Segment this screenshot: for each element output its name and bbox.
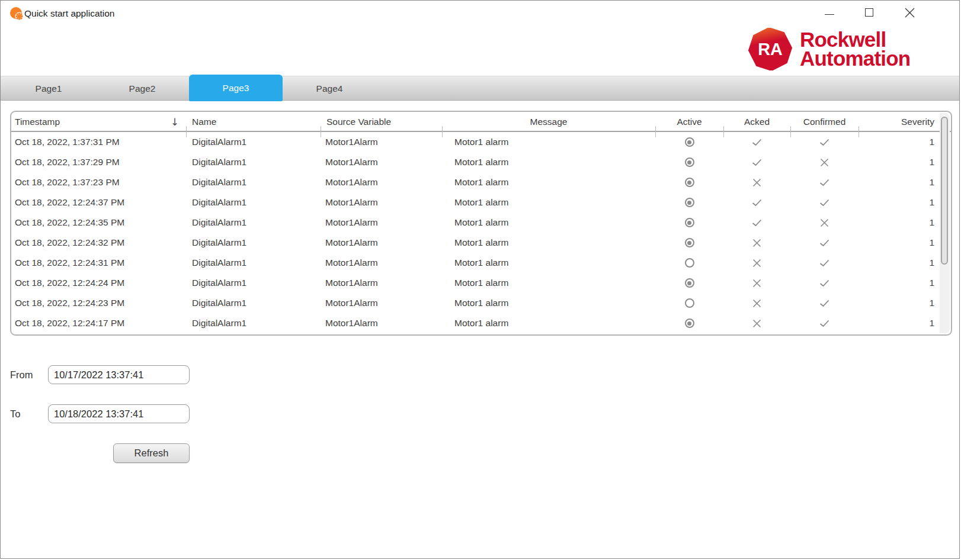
scrollbar-thumb[interactable] (941, 117, 948, 265)
vertical-scrollbar[interactable] (940, 113, 950, 333)
cross-icon (752, 259, 761, 268)
check-icon (819, 239, 829, 247)
close-button[interactable] (893, 1, 926, 24)
radio-empty-icon (685, 258, 694, 268)
cell-source-variable: Motor1Alarm (321, 313, 442, 333)
cell-name: DigitalAlarm1 (186, 132, 321, 152)
cell-timestamp: Oct 18, 2022, 1:37:31 PM (11, 132, 186, 152)
cell-confirmed (790, 233, 859, 253)
cell-active (655, 132, 723, 152)
cell-timestamp: Oct 18, 2022, 12:24:37 PM (11, 192, 186, 213)
radio-filled-icon (685, 157, 694, 167)
cell-acked (723, 253, 790, 273)
column-header-acked[interactable]: Acked (723, 112, 790, 132)
cell-name: DigitalAlarm1 (186, 233, 321, 253)
table-row[interactable]: Oct 18, 2022, 1:37:29 PMDigitalAlarm1Mot… (11, 152, 951, 172)
cross-icon (752, 239, 761, 247)
cell-severity: 1 (859, 172, 951, 192)
cell-name: DigitalAlarm1 (186, 172, 321, 192)
cell-message: Motor1 alarm (442, 172, 655, 192)
cross-icon (752, 319, 761, 328)
cell-name: DigitalAlarm1 (186, 192, 321, 213)
tab-page1[interactable]: Page1 (2, 76, 95, 101)
cell-timestamp: Oct 18, 2022, 12:24:31 PM (11, 253, 186, 273)
cell-timestamp: Oct 18, 2022, 12:24:17 PM (11, 313, 186, 333)
cell-source-variable: Motor1Alarm (321, 293, 442, 313)
table-row[interactable]: Oct 18, 2022, 12:24:32 PMDigitalAlarm1Mo… (11, 233, 951, 253)
table-row[interactable]: Oct 18, 2022, 12:24:35 PMDigitalAlarm1Mo… (11, 213, 951, 233)
cell-source-variable: Motor1Alarm (321, 132, 442, 152)
cell-confirmed (790, 172, 859, 192)
cell-message: Motor1 alarm (442, 233, 655, 253)
cell-acked (723, 213, 790, 233)
cell-acked (723, 132, 790, 152)
cell-severity: 1 (859, 253, 951, 273)
radio-filled-icon (685, 178, 694, 187)
cell-severity: 1 (859, 132, 951, 152)
cell-active (655, 152, 723, 172)
cell-active (655, 253, 723, 273)
cell-source-variable: Motor1Alarm (321, 233, 442, 253)
cell-name: DigitalAlarm1 (186, 313, 321, 333)
cell-acked (723, 233, 790, 253)
cell-source-variable: Motor1Alarm (321, 152, 442, 172)
minimize-button[interactable] (813, 1, 846, 24)
tab-page2[interactable]: Page2 (95, 76, 189, 101)
cell-timestamp: Oct 18, 2022, 1:37:23 PM (11, 172, 186, 192)
maximize-icon (865, 8, 873, 17)
from-datetime-input[interactable] (48, 365, 190, 384)
cell-message: Motor1 alarm (442, 293, 655, 313)
minimize-icon (825, 14, 834, 15)
cell-confirmed (790, 313, 859, 333)
cross-icon (820, 218, 829, 227)
column-header-severity[interactable]: Severity (859, 112, 951, 132)
cell-severity: 1 (859, 313, 951, 333)
check-icon (819, 259, 829, 267)
cell-source-variable: Motor1Alarm (321, 192, 442, 213)
app-window: Quick start application RA Rockwell Auto… (0, 0, 960, 559)
cell-name: DigitalAlarm1 (186, 293, 321, 313)
table-row[interactable]: Oct 18, 2022, 12:24:24 PMDigitalAlarm1Mo… (11, 273, 951, 293)
radio-filled-icon (685, 198, 694, 207)
column-header-confirmed[interactable]: Confirmed (790, 112, 859, 132)
column-header-timestamp[interactable]: Timestamp ↓ (11, 112, 186, 132)
sort-descending-icon: ↓ (171, 116, 179, 128)
table-row[interactable]: Oct 18, 2022, 12:24:17 PMDigitalAlarm1Mo… (11, 313, 951, 333)
to-datetime-input[interactable] (48, 404, 190, 423)
cell-source-variable: Motor1Alarm (321, 273, 442, 293)
cell-active (655, 192, 723, 213)
cross-icon (752, 299, 761, 308)
column-header-name[interactable]: Name (186, 112, 321, 132)
cross-icon (820, 158, 829, 167)
table-row[interactable]: Oct 18, 2022, 12:24:23 PMDigitalAlarm1Mo… (11, 293, 951, 313)
brand-line2: Automation (800, 49, 910, 68)
check-icon (752, 159, 762, 166)
table-row[interactable]: Oct 18, 2022, 1:37:31 PMDigitalAlarm1Mot… (11, 132, 951, 152)
tab-page4[interactable]: Page4 (283, 76, 376, 101)
cell-message: Motor1 alarm (442, 152, 655, 172)
cell-timestamp: Oct 18, 2022, 1:37:29 PM (11, 152, 186, 172)
table-row[interactable]: Oct 18, 2022, 1:37:23 PMDigitalAlarm1Mot… (11, 172, 951, 192)
cell-timestamp: Oct 18, 2022, 12:24:35 PM (11, 213, 186, 233)
radio-filled-icon (685, 278, 694, 288)
cell-message: Motor1 alarm (442, 273, 655, 293)
column-label: Timestamp (15, 117, 60, 127)
cell-active (655, 213, 723, 233)
column-header-active[interactable]: Active (655, 112, 723, 132)
maximize-button[interactable] (853, 1, 886, 24)
cell-acked (723, 152, 790, 172)
tab-page3[interactable]: Page3 (189, 75, 283, 101)
cell-timestamp: Oct 18, 2022, 12:24:23 PM (11, 293, 186, 313)
table-row[interactable]: Oct 18, 2022, 12:24:31 PMDigitalAlarm1Mo… (11, 253, 951, 273)
cell-name: DigitalAlarm1 (186, 152, 321, 172)
column-header-source[interactable]: Source Variable (321, 112, 442, 132)
cell-message: Motor1 alarm (442, 313, 655, 333)
title-bar: Quick start application (1, 1, 959, 27)
cell-name: DigitalAlarm1 (186, 273, 321, 293)
cross-icon (752, 178, 761, 187)
table-row[interactable]: Oct 18, 2022, 12:24:37 PMDigitalAlarm1Mo… (11, 192, 951, 213)
cell-confirmed (790, 152, 859, 172)
column-header-message[interactable]: Message (442, 112, 655, 132)
refresh-button[interactable]: Refresh (113, 443, 190, 463)
alarm-grid: Timestamp ↓ Name Source Variable Message… (10, 111, 952, 336)
